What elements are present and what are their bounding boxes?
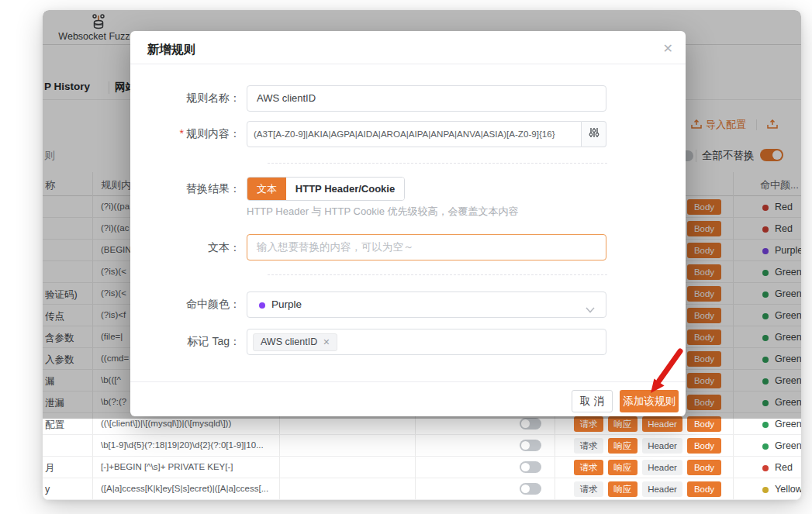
modal-title: 新增规则 [147,42,195,58]
annotation-arrow-icon [640,345,688,402]
cancel-button[interactable]: 取 消 [572,390,613,412]
rule-name: 月 [45,462,90,475]
add-rule-modal: 新增规则 ✕ 规则名称： AWS clientID *规则内容： (A3T[A-… [130,31,686,416]
regex-test-button[interactable] [582,121,606,147]
color-label: Green [775,419,801,429]
modal-header-divider [130,64,686,64]
scope-body-button[interactable]: Body [687,416,721,432]
scope-response-button[interactable]: 响应 [608,416,638,432]
hit-color-value: Purple [271,298,302,310]
tag-input[interactable]: AWS clientID ✕ [247,329,606,355]
segment-header-cookie-option[interactable]: HTTP Header/Cookie [286,178,404,200]
segment-text-option[interactable]: 文本 [247,178,286,200]
scope-request-button[interactable]: 请求 [574,460,603,475]
scope-buttons: 请求 响应 Header Body [574,460,721,475]
scope-response-button[interactable]: 响应 [608,460,638,475]
text-label: 文本： [130,241,240,255]
rule-content: \b[1-9]\d{5}(?:18|19|20)\d{2}(?:0[1-9]|1… [101,440,277,450]
color-label: Green [775,440,801,451]
table-row[interactable]: \b[1-9]\d{5}(?:18|19|20)\d{2}(?:0[1-9]|1… [43,435,801,457]
rule-name-input[interactable]: AWS clientID [247,85,606,112]
color-dot [762,465,769,471]
rule-enable-toggle[interactable] [520,440,541,451]
toggle-knob [521,441,530,450]
replace-result-segmented: 文本 HTTP Header/Cookie [247,177,405,201]
scope-header-button[interactable]: Header [642,460,682,475]
rule-content: ([A|a]ccess[K|k]ey[S|s]ecret)|([A|a]cces… [101,484,277,493]
color-dot [762,487,769,493]
text-input[interactable]: 输入想要替换的内容，可以为空～ [247,234,606,260]
scope-body-button[interactable]: Body [687,438,721,454]
rule-name: 配置 [45,419,90,432]
tag-label: 标记 Tag： [130,335,240,349]
tag-chip-text: AWS clientID [261,334,317,350]
color-label: Red [775,462,793,473]
scope-body-button[interactable]: Body [687,460,721,475]
scope-response-button[interactable]: 响应 [608,481,638,497]
toggle-knob [521,485,530,493]
scope-header-button[interactable]: Header [642,481,682,497]
color-dot [762,443,769,450]
tag-chip: AWS clientID ✕ [253,333,337,351]
scope-buttons: 请求 响应 Header Body [574,481,721,497]
rule-content: [-]+BEGIN [^\s]+ PRIVATE KEY[-] [101,462,277,471]
modal-footer-divider [130,381,686,382]
rule-enable-toggle[interactable] [520,483,541,495]
toggle-knob [521,419,530,428]
color-dot [762,422,769,428]
hit-color-select[interactable]: Purple [247,291,606,318]
section-divider [268,163,607,164]
scope-request-button[interactable]: 请求 [574,481,603,497]
replace-result-label: 替换结果： [130,182,240,196]
purple-dot [259,302,265,309]
rule-enable-toggle[interactable] [520,418,541,429]
replace-result-hint: HTTP Header 与 HTTP Cookie 优先级较高，会覆盖文本内容 [247,205,519,219]
table-row[interactable]: 月 [-]+BEGIN [^\s]+ PRIVATE KEY[-] 请求 响应 … [43,457,801,478]
rule-content-label: *规则内容： [130,127,240,141]
section-divider [268,274,607,275]
tag-remove-icon[interactable]: ✕ [323,334,330,350]
screenshot-canvas: Websocket Fuzzer P History 网站树视角 导入配置 [0,0,812,514]
scope-buttons: 请求 响应 Header Body [574,438,721,454]
rule-name-label: 规则名称： [130,91,240,105]
close-icon[interactable]: ✕ [663,41,673,56]
toggle-knob [521,463,530,471]
text-placeholder: 输入想要替换的内容，可以为空～ [257,241,414,253]
required-asterisk: * [180,127,184,140]
rule-name: y [45,484,90,495]
tune-icon [589,127,599,141]
rule-content-input[interactable]: (A3T[A-Z0-9]|AKIA|AGPA|AIDA|AROA|AIPA|AN… [247,121,582,147]
scope-request-button[interactable]: 请求 [574,438,603,454]
scope-body-button[interactable]: Body [687,481,721,497]
scope-request-button[interactable]: 请求 [574,416,603,432]
hit-color-label: 命中颜色： [130,298,240,312]
rule-content: ((\[client\])|\[(mysql\])|(\[mysqld\])) [101,419,277,428]
scope-buttons: 请求 响应 Header Body [574,416,721,432]
scope-header-button[interactable]: Header [642,438,682,454]
table-row[interactable]: y ([A|a]ccess[K|k]ey[S|s]ecret)|([A|a]cc… [43,478,801,500]
rule-enable-toggle[interactable] [520,461,541,473]
chevron-down-icon [586,302,595,316]
color-label: Yellow [775,484,801,495]
scope-header-button[interactable]: Header [642,416,682,432]
scope-response-button[interactable]: 响应 [608,438,638,454]
